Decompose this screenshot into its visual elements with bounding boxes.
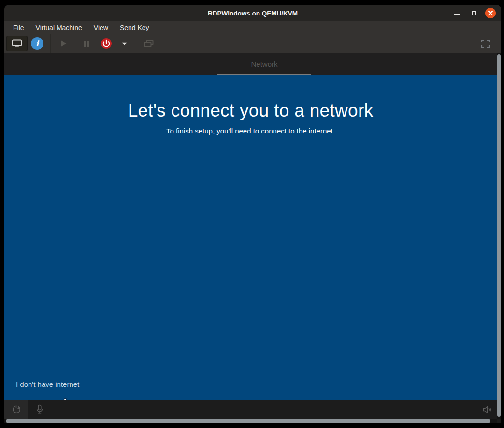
toolbar: i bbox=[4, 34, 501, 53]
shutdown-button[interactable] bbox=[97, 36, 115, 51]
menubar: File Virtual Machine View Send Key bbox=[4, 21, 501, 34]
graphical-console-button[interactable] bbox=[6, 36, 28, 51]
oobe-footer bbox=[4, 400, 497, 419]
oobe-title: Let's connect you to a network bbox=[8, 100, 493, 122]
minimize-icon bbox=[454, 14, 460, 15]
scrollbar-corner bbox=[497, 419, 501, 423]
oobe-main: Let's connect you to a network To finish… bbox=[4, 75, 497, 400]
power-icon bbox=[11, 404, 21, 414]
microphone-icon bbox=[35, 404, 44, 415]
pause-icon bbox=[83, 40, 90, 47]
oobe-step-network: Network bbox=[217, 54, 311, 75]
desktop: RDPWindows on QEMU/KVM File Virtual Mach… bbox=[0, 0, 504, 428]
virtual-displays-button[interactable] bbox=[139, 36, 158, 51]
oobe-subtitle: To finish setup, you'll need to connect … bbox=[8, 127, 493, 135]
window-title: RDPWindows on QEMU/KVM bbox=[208, 10, 298, 17]
oobe-volume-button[interactable] bbox=[480, 400, 494, 419]
oobe-heading-block: Let's connect you to a network To finish… bbox=[8, 100, 493, 135]
toolbar-separator bbox=[138, 34, 138, 53]
fullscreen-icon bbox=[481, 39, 490, 48]
menu-file[interactable]: File bbox=[9, 24, 29, 31]
oobe-header: Network bbox=[4, 53, 497, 75]
chevron-down-icon bbox=[122, 42, 127, 45]
power-icon bbox=[101, 38, 112, 49]
maximize-icon bbox=[472, 11, 476, 15]
maximize-button[interactable] bbox=[468, 8, 479, 18]
horizontal-scrollbar bbox=[4, 419, 497, 423]
vertical-scrollbar bbox=[497, 53, 501, 423]
horizontal-scrollbar-thumb[interactable] bbox=[6, 419, 490, 423]
guest-screen[interactable]: Network Let's connect you to a network T… bbox=[4, 53, 497, 419]
close-button[interactable] bbox=[485, 8, 496, 18]
pause-button[interactable] bbox=[76, 36, 97, 51]
virt-manager-window: RDPWindows on QEMU/KVM File Virtual Mach… bbox=[4, 5, 501, 423]
no-internet-link[interactable]: I don't have internet bbox=[16, 380, 79, 388]
menu-virtual-machine[interactable]: Virtual Machine bbox=[31, 24, 86, 31]
fullscreen-button[interactable] bbox=[477, 36, 493, 51]
shutdown-menu-button[interactable] bbox=[115, 36, 133, 51]
toolbar-separator bbox=[50, 34, 51, 53]
displays-icon bbox=[144, 39, 154, 48]
menu-view[interactable]: View bbox=[89, 24, 113, 31]
play-icon bbox=[60, 40, 68, 47]
minimize-button[interactable] bbox=[451, 8, 462, 18]
volume-icon bbox=[483, 406, 492, 413]
window-controls bbox=[451, 5, 496, 21]
guest-viewport: Network Let's connect you to a network T… bbox=[4, 53, 501, 423]
menu-send-key[interactable]: Send Key bbox=[115, 24, 154, 31]
vertical-scrollbar-thumb[interactable] bbox=[497, 54, 501, 417]
close-icon bbox=[488, 10, 493, 16]
monitor-icon bbox=[11, 39, 23, 48]
run-button[interactable] bbox=[52, 36, 76, 51]
details-button[interactable]: i bbox=[28, 36, 47, 51]
oobe-step-label: Network bbox=[251, 60, 277, 68]
titlebar: RDPWindows on QEMU/KVM bbox=[4, 5, 501, 21]
oobe-microphone-button[interactable] bbox=[33, 400, 46, 419]
oobe-power-button[interactable] bbox=[4, 400, 28, 419]
info-icon: i bbox=[31, 37, 43, 50]
